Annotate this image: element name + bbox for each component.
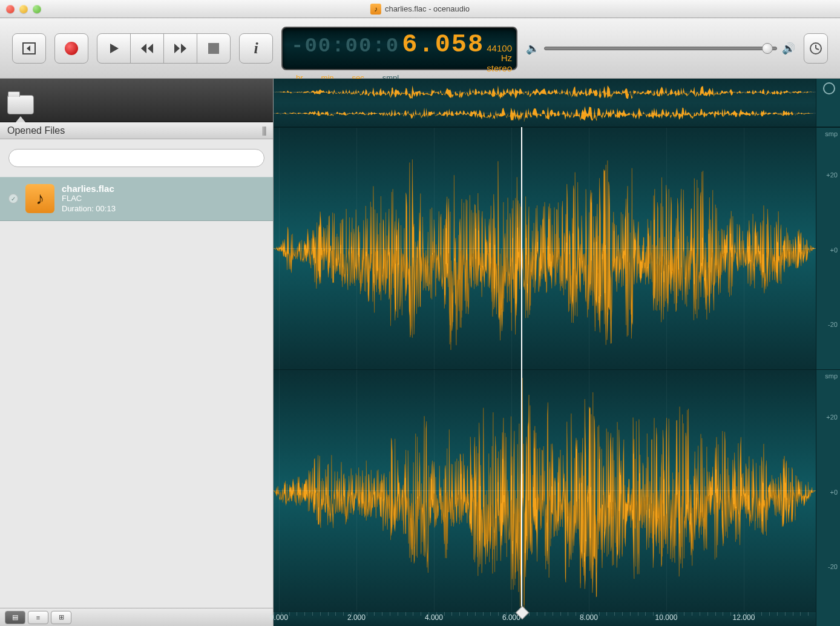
overview-channel-left bbox=[274, 82, 816, 102]
file-format: FLAC bbox=[62, 194, 116, 204]
volume-high-icon[interactable]: 🔊 bbox=[782, 42, 795, 55]
file-duration: Duration: 00:13 bbox=[62, 204, 116, 214]
time-tick: 0.000 bbox=[270, 613, 288, 622]
check-icon: ✓ bbox=[8, 194, 18, 203]
view-list-button[interactable]: ≡ bbox=[28, 611, 48, 624]
record-icon bbox=[65, 42, 78, 55]
info-button[interactable]: i bbox=[239, 33, 273, 64]
audio-file-icon: ♪ bbox=[25, 184, 54, 213]
volume-thumb[interactable] bbox=[762, 43, 773, 54]
transport-group bbox=[97, 33, 231, 64]
stop-icon bbox=[208, 43, 219, 54]
lcd-sample-rate: 44100 Hz bbox=[487, 44, 512, 64]
sidebar-grip-icon[interactable]: ||| bbox=[262, 125, 266, 136]
fast-forward-button[interactable] bbox=[163, 33, 197, 64]
time-tick: 2.000 bbox=[347, 613, 366, 622]
stop-button[interactable] bbox=[197, 33, 231, 64]
clock-icon bbox=[822, 81, 836, 96]
time-tick: 10.000 bbox=[655, 613, 678, 622]
volume-low-icon[interactable]: 🔈 bbox=[526, 42, 539, 55]
traffic-lights bbox=[6, 5, 41, 13]
clock-button[interactable] bbox=[804, 33, 828, 64]
volume-control: 🔈 🔊 bbox=[526, 42, 795, 55]
sidebar-footer: ▤ ≡ ⊞ bbox=[0, 608, 273, 626]
rewind-button[interactable] bbox=[130, 33, 164, 64]
minimize-icon[interactable] bbox=[19, 5, 28, 13]
waveform-channel-right[interactable] bbox=[274, 369, 816, 611]
info-icon: i bbox=[254, 39, 258, 58]
toggle-sidebar-button[interactable] bbox=[12, 33, 46, 64]
time-tick: 8.000 bbox=[580, 613, 598, 622]
svg-point-14 bbox=[824, 83, 835, 94]
window-titlebar: ♪ charlies.flac - ocenaudio bbox=[0, 0, 840, 18]
svg-line-9 bbox=[816, 48, 819, 50]
folder-icon bbox=[7, 95, 34, 114]
lcd-dim-time: -00:00:0 bbox=[291, 35, 399, 58]
svg-marker-1 bbox=[27, 45, 30, 51]
time-tick: 12.000 bbox=[733, 613, 755, 622]
time-display: -00:00:06.058 44100 Hz stereo hr min sec… bbox=[281, 27, 517, 70]
waveform-channel-left[interactable] bbox=[274, 127, 816, 369]
volume-slider[interactable] bbox=[544, 47, 777, 50]
file-list: ✓ ♪ charlies.flac FLAC Duration: 00:13 bbox=[0, 177, 273, 608]
main-toolbar: i -00:00:06.058 44100 Hz stereo hr min s… bbox=[0, 18, 840, 79]
waveform-overview[interactable] bbox=[274, 79, 816, 127]
svg-marker-6 bbox=[181, 44, 186, 53]
list-item[interactable]: ✓ ♪ charlies.flac FLAC Duration: 00:13 bbox=[0, 177, 273, 221]
zoom-icon[interactable] bbox=[33, 5, 41, 13]
svg-marker-2 bbox=[110, 44, 119, 53]
svg-marker-4 bbox=[148, 44, 153, 53]
sidebar-tabs bbox=[0, 79, 273, 122]
window-title: ♪ charlies.flac - ocenaudio bbox=[370, 4, 470, 15]
search-input[interactable] bbox=[8, 149, 264, 167]
waveform-area: 0.0002.0004.0006.0008.00010.00012.000 bbox=[274, 79, 816, 626]
file-name: charlies.flac bbox=[62, 183, 116, 194]
sidebar-header-title: Opened Files bbox=[7, 125, 65, 136]
time-ruler[interactable]: 0.0002.0004.0006.0008.00010.00012.000 bbox=[274, 611, 816, 626]
amplitude-ruler: smp +20 +0 -20 smp +20 +0 -20 bbox=[816, 79, 840, 626]
svg-marker-5 bbox=[174, 44, 180, 53]
lcd-format-info: 44100 Hz stereo bbox=[487, 44, 512, 74]
app-icon: ♪ bbox=[370, 4, 381, 15]
record-button[interactable] bbox=[54, 33, 88, 64]
lcd-bright-time: 6.058 bbox=[402, 30, 484, 59]
close-icon[interactable] bbox=[6, 5, 15, 13]
overview-channel-right bbox=[274, 104, 816, 123]
play-button[interactable] bbox=[97, 33, 131, 64]
playhead[interactable] bbox=[521, 127, 522, 611]
svg-marker-3 bbox=[141, 44, 146, 53]
tab-opened-files[interactable] bbox=[7, 95, 40, 122]
view-list-detail-button[interactable]: ▤ bbox=[5, 611, 25, 624]
time-tick: 4.000 bbox=[425, 613, 443, 622]
sidebar: Opened Files ||| 🔍 ✓ ♪ charlies.flac FLA… bbox=[0, 79, 274, 626]
view-grid-button[interactable]: ⊞ bbox=[51, 611, 71, 624]
window-title-text: charlies.flac - ocenaudio bbox=[385, 4, 470, 13]
sidebar-header: Opened Files ||| bbox=[0, 122, 273, 139]
lcd-channels: stereo bbox=[487, 64, 512, 74]
file-meta: charlies.flac FLAC Duration: 00:13 bbox=[62, 183, 116, 214]
